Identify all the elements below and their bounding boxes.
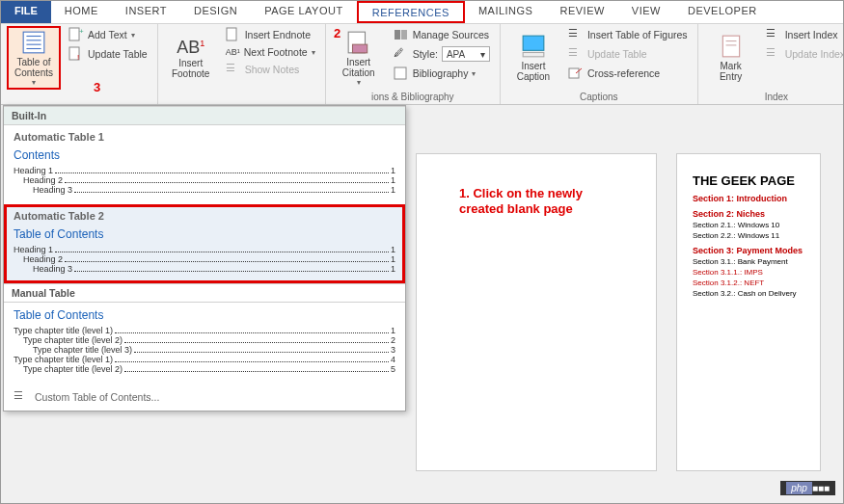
cross-reference-button[interactable]: Cross-reference xyxy=(564,65,692,82)
cross-ref-icon xyxy=(568,66,584,81)
toc-line: Type chapter title (level 3)3 xyxy=(14,345,395,355)
custom-toc-icon: ☰ xyxy=(14,389,29,405)
group-citations: Insert Citation Manage Sources 🖉Style: A… xyxy=(326,24,501,104)
tab-view[interactable]: VIEW xyxy=(618,1,674,23)
toc-line: Heading 11 xyxy=(14,166,395,175)
toc-line: Type chapter title (level 2)5 xyxy=(14,364,395,374)
toc-line: Type chapter title (level 2)2 xyxy=(14,335,395,345)
add-text-icon: + xyxy=(68,27,84,42)
toc-line: Type chapter title (level 1)1 xyxy=(14,326,395,335)
svg-rect-15 xyxy=(523,36,544,50)
manage-sources-button[interactable]: Manage Sources xyxy=(390,26,494,43)
bibliography-button[interactable]: Bibliography xyxy=(390,65,494,82)
ribbon-tabs: FILE HOME INSERT DESIGN PAGE LAYOUT REFE… xyxy=(1,1,843,24)
update-table-button[interactable]: !Update Table xyxy=(65,45,151,63)
update-icon: ! xyxy=(68,46,84,62)
update-tof-icon: ☰ xyxy=(568,46,584,62)
bibliography-icon xyxy=(394,66,409,81)
update-caption-table-button: ☰Update Table xyxy=(564,45,692,63)
tab-references[interactable]: REFERENCES xyxy=(357,1,465,23)
svg-rect-13 xyxy=(401,30,407,40)
group-footnotes: AB1 Insert Footnote Insert Endnote AB¹Ne… xyxy=(158,24,326,104)
annotation-1: 1. Click on the newly created blank page xyxy=(459,186,583,216)
svg-rect-11 xyxy=(352,44,367,53)
tab-insert[interactable]: INSERT xyxy=(112,1,180,23)
style-select[interactable]: APA▾ xyxy=(442,46,490,62)
toc-section-manual: Manual Table xyxy=(4,283,405,303)
update-index-icon: ☰ xyxy=(766,46,781,62)
svg-rect-9 xyxy=(227,28,236,40)
toc-option-manual[interactable]: Table of Contents Type chapter title (le… xyxy=(4,303,405,384)
toc-line: Heading 31 xyxy=(14,185,395,195)
group-mark-entry: Mark Entry ☰Insert Index ☰Update Index I… xyxy=(698,24,844,104)
tab-developer[interactable]: DEVELOPER xyxy=(674,1,771,23)
svg-rect-0 xyxy=(23,32,44,53)
custom-toc-button[interactable]: ☰ Custom Table of Contents... xyxy=(4,384,405,411)
annotation-3: 3 xyxy=(94,80,100,94)
group-index-label: Index xyxy=(704,90,844,104)
group-captions: Insert Caption ☰Insert Table of Figures … xyxy=(501,24,698,104)
content-page[interactable]: THE GEEK PAGE Section 1: Introduction Se… xyxy=(676,153,821,471)
watermark: php■■■ xyxy=(780,481,835,495)
ribbon: Table of Contents +Add Text !Update Tabl… xyxy=(1,24,843,105)
svg-rect-12 xyxy=(395,30,400,40)
doc-title: THE GEEK PAGE xyxy=(693,173,804,188)
toc-line: Heading 21 xyxy=(14,175,395,185)
endnote-icon xyxy=(226,27,241,42)
tab-mailings[interactable]: MAILINGS xyxy=(465,1,547,23)
insert-index-button[interactable]: ☰Insert Index xyxy=(762,26,844,43)
citation-icon xyxy=(346,30,371,55)
toc-button-label: Table of Contents xyxy=(14,57,53,78)
insert-index-icon: ☰ xyxy=(766,27,781,42)
show-notes-button: ☰Show Notes xyxy=(222,61,319,78)
toc-line: Type chapter title (level 1)4 xyxy=(14,355,395,364)
svg-rect-17 xyxy=(569,68,579,78)
toc-dropdown: Built-In Automatic Table 1 Contents Head… xyxy=(3,105,406,411)
tab-file[interactable]: FILE xyxy=(1,1,51,23)
tab-design[interactable]: DESIGN xyxy=(180,1,251,23)
insert-caption-button[interactable]: Insert Caption xyxy=(506,26,560,90)
group-toc: Table of Contents +Add Text !Update Tabl… xyxy=(1,24,158,104)
tab-page-layout[interactable]: PAGE LAYOUT xyxy=(251,1,357,23)
manage-sources-icon xyxy=(394,27,409,42)
style-row: 🖉Style: APA▾ xyxy=(390,45,494,63)
toc-option-auto2[interactable]: Automatic Table 2 Table of Contents Head… xyxy=(4,204,405,283)
group-captions-label: Captions xyxy=(506,90,692,104)
update-index-button: ☰Update Index xyxy=(762,45,844,63)
svg-text:+: + xyxy=(79,27,84,36)
svg-text:!: ! xyxy=(77,53,79,62)
toc-line: Heading 31 xyxy=(14,264,395,274)
show-notes-icon: ☰ xyxy=(226,62,241,77)
svg-rect-14 xyxy=(395,67,406,79)
toc-line: Heading 11 xyxy=(14,245,395,254)
mark-entry-button[interactable]: Mark Entry xyxy=(704,26,758,90)
toc-line: Heading 21 xyxy=(14,254,395,264)
tab-review[interactable]: REVIEW xyxy=(546,1,617,23)
next-footnote-icon: AB¹ xyxy=(226,47,240,57)
tab-home[interactable]: HOME xyxy=(51,1,112,23)
insert-tof-button[interactable]: ☰Insert Table of Figures xyxy=(564,26,692,43)
tof-icon: ☰ xyxy=(568,27,584,42)
svg-rect-18 xyxy=(722,36,739,57)
group-citations-label: ions & Bibliography xyxy=(332,90,494,104)
toc-button[interactable]: Table of Contents xyxy=(7,26,61,90)
toc-section-builtin: Built-In xyxy=(4,106,405,125)
toc-icon xyxy=(21,30,46,55)
footnote-icon: AB1 xyxy=(177,38,204,58)
add-text-button[interactable]: +Add Text xyxy=(65,26,151,43)
next-footnote-button[interactable]: AB¹Next Footnote xyxy=(222,45,319,59)
mark-entry-icon xyxy=(719,34,744,59)
insert-endnote-button[interactable]: Insert Endnote xyxy=(222,26,319,43)
svg-rect-5 xyxy=(69,28,79,40)
svg-rect-16 xyxy=(523,53,544,57)
toc-option-auto1[interactable]: Automatic Table 1 Contents Heading 11Hea… xyxy=(4,125,405,204)
insert-footnote-button[interactable]: AB1 Insert Footnote xyxy=(164,26,218,90)
annotation-2: 2 xyxy=(334,26,340,40)
style-icon: 🖉 xyxy=(394,46,409,62)
caption-icon xyxy=(521,34,546,59)
